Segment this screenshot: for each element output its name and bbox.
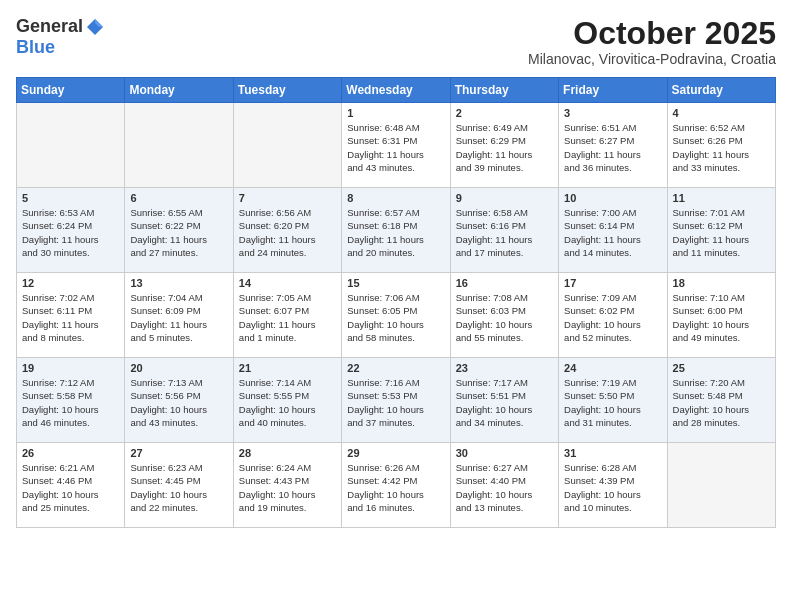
day-info: Sunrise: 6:49 AM Sunset: 6:29 PM Dayligh… (456, 121, 553, 174)
title-section: October 2025 Milanovac, Virovitica-Podra… (528, 16, 776, 67)
day-info: Sunrise: 6:27 AM Sunset: 4:40 PM Dayligh… (456, 461, 553, 514)
day-number: 28 (239, 447, 336, 459)
day-number: 12 (22, 277, 119, 289)
day-number: 27 (130, 447, 227, 459)
day-info: Sunrise: 7:12 AM Sunset: 5:58 PM Dayligh… (22, 376, 119, 429)
calendar-day-cell: 23Sunrise: 7:17 AM Sunset: 5:51 PM Dayli… (450, 358, 558, 443)
calendar-day-cell: 20Sunrise: 7:13 AM Sunset: 5:56 PM Dayli… (125, 358, 233, 443)
calendar-day-cell: 25Sunrise: 7:20 AM Sunset: 5:48 PM Dayli… (667, 358, 775, 443)
day-info: Sunrise: 6:55 AM Sunset: 6:22 PM Dayligh… (130, 206, 227, 259)
day-info: Sunrise: 7:13 AM Sunset: 5:56 PM Dayligh… (130, 376, 227, 429)
calendar-day-cell: 31Sunrise: 6:28 AM Sunset: 4:39 PM Dayli… (559, 443, 667, 528)
day-number: 4 (673, 107, 770, 119)
day-number: 14 (239, 277, 336, 289)
logo: General Blue (16, 16, 105, 58)
day-number: 16 (456, 277, 553, 289)
weekday-header: Monday (125, 78, 233, 103)
day-number: 8 (347, 192, 444, 204)
weekday-header: Wednesday (342, 78, 450, 103)
calendar-day-cell (667, 443, 775, 528)
day-info: Sunrise: 7:16 AM Sunset: 5:53 PM Dayligh… (347, 376, 444, 429)
calendar-day-cell (125, 103, 233, 188)
day-number: 31 (564, 447, 661, 459)
day-number: 19 (22, 362, 119, 374)
page-header: General Blue October 2025 Milanovac, Vir… (16, 16, 776, 67)
calendar-day-cell (233, 103, 341, 188)
calendar-day-cell: 10Sunrise: 7:00 AM Sunset: 6:14 PM Dayli… (559, 188, 667, 273)
logo-general-text: General (16, 16, 83, 37)
location-title: Milanovac, Virovitica-Podravina, Croatia (528, 51, 776, 67)
day-info: Sunrise: 7:14 AM Sunset: 5:55 PM Dayligh… (239, 376, 336, 429)
calendar-day-cell: 18Sunrise: 7:10 AM Sunset: 6:00 PM Dayli… (667, 273, 775, 358)
day-number: 18 (673, 277, 770, 289)
calendar-day-cell: 22Sunrise: 7:16 AM Sunset: 5:53 PM Dayli… (342, 358, 450, 443)
day-info: Sunrise: 7:08 AM Sunset: 6:03 PM Dayligh… (456, 291, 553, 344)
calendar-day-cell: 29Sunrise: 6:26 AM Sunset: 4:42 PM Dayli… (342, 443, 450, 528)
day-number: 25 (673, 362, 770, 374)
day-info: Sunrise: 7:02 AM Sunset: 6:11 PM Dayligh… (22, 291, 119, 344)
day-number: 3 (564, 107, 661, 119)
day-info: Sunrise: 7:20 AM Sunset: 5:48 PM Dayligh… (673, 376, 770, 429)
calendar-week-row: 12Sunrise: 7:02 AM Sunset: 6:11 PM Dayli… (17, 273, 776, 358)
day-number: 20 (130, 362, 227, 374)
day-number: 5 (22, 192, 119, 204)
day-info: Sunrise: 6:53 AM Sunset: 6:24 PM Dayligh… (22, 206, 119, 259)
day-number: 23 (456, 362, 553, 374)
weekday-header-row: SundayMondayTuesdayWednesdayThursdayFrid… (17, 78, 776, 103)
day-number: 17 (564, 277, 661, 289)
day-info: Sunrise: 7:01 AM Sunset: 6:12 PM Dayligh… (673, 206, 770, 259)
day-number: 11 (673, 192, 770, 204)
day-info: Sunrise: 6:48 AM Sunset: 6:31 PM Dayligh… (347, 121, 444, 174)
day-number: 6 (130, 192, 227, 204)
weekday-header: Tuesday (233, 78, 341, 103)
weekday-header: Thursday (450, 78, 558, 103)
calendar-day-cell: 7Sunrise: 6:56 AM Sunset: 6:20 PM Daylig… (233, 188, 341, 273)
calendar-day-cell: 21Sunrise: 7:14 AM Sunset: 5:55 PM Dayli… (233, 358, 341, 443)
month-title: October 2025 (528, 16, 776, 51)
day-number: 13 (130, 277, 227, 289)
calendar-day-cell: 14Sunrise: 7:05 AM Sunset: 6:07 PM Dayli… (233, 273, 341, 358)
day-info: Sunrise: 6:57 AM Sunset: 6:18 PM Dayligh… (347, 206, 444, 259)
day-info: Sunrise: 6:26 AM Sunset: 4:42 PM Dayligh… (347, 461, 444, 514)
calendar-day-cell (17, 103, 125, 188)
day-number: 7 (239, 192, 336, 204)
calendar-day-cell: 1Sunrise: 6:48 AM Sunset: 6:31 PM Daylig… (342, 103, 450, 188)
day-info: Sunrise: 6:24 AM Sunset: 4:43 PM Dayligh… (239, 461, 336, 514)
calendar-day-cell: 28Sunrise: 6:24 AM Sunset: 4:43 PM Dayli… (233, 443, 341, 528)
day-info: Sunrise: 7:19 AM Sunset: 5:50 PM Dayligh… (564, 376, 661, 429)
calendar-day-cell: 5Sunrise: 6:53 AM Sunset: 6:24 PM Daylig… (17, 188, 125, 273)
day-number: 21 (239, 362, 336, 374)
weekday-header: Sunday (17, 78, 125, 103)
day-info: Sunrise: 7:17 AM Sunset: 5:51 PM Dayligh… (456, 376, 553, 429)
day-number: 10 (564, 192, 661, 204)
day-number: 2 (456, 107, 553, 119)
calendar-day-cell: 9Sunrise: 6:58 AM Sunset: 6:16 PM Daylig… (450, 188, 558, 273)
day-number: 9 (456, 192, 553, 204)
calendar-day-cell: 6Sunrise: 6:55 AM Sunset: 6:22 PM Daylig… (125, 188, 233, 273)
day-number: 1 (347, 107, 444, 119)
day-info: Sunrise: 6:56 AM Sunset: 6:20 PM Dayligh… (239, 206, 336, 259)
day-info: Sunrise: 6:21 AM Sunset: 4:46 PM Dayligh… (22, 461, 119, 514)
day-info: Sunrise: 7:04 AM Sunset: 6:09 PM Dayligh… (130, 291, 227, 344)
day-info: Sunrise: 7:00 AM Sunset: 6:14 PM Dayligh… (564, 206, 661, 259)
calendar-day-cell: 17Sunrise: 7:09 AM Sunset: 6:02 PM Dayli… (559, 273, 667, 358)
calendar-day-cell: 13Sunrise: 7:04 AM Sunset: 6:09 PM Dayli… (125, 273, 233, 358)
calendar-day-cell: 26Sunrise: 6:21 AM Sunset: 4:46 PM Dayli… (17, 443, 125, 528)
day-number: 30 (456, 447, 553, 459)
day-number: 22 (347, 362, 444, 374)
day-info: Sunrise: 7:05 AM Sunset: 6:07 PM Dayligh… (239, 291, 336, 344)
day-info: Sunrise: 6:58 AM Sunset: 6:16 PM Dayligh… (456, 206, 553, 259)
calendar-day-cell: 30Sunrise: 6:27 AM Sunset: 4:40 PM Dayli… (450, 443, 558, 528)
calendar-day-cell: 8Sunrise: 6:57 AM Sunset: 6:18 PM Daylig… (342, 188, 450, 273)
calendar-day-cell: 4Sunrise: 6:52 AM Sunset: 6:26 PM Daylig… (667, 103, 775, 188)
day-number: 26 (22, 447, 119, 459)
day-info: Sunrise: 7:09 AM Sunset: 6:02 PM Dayligh… (564, 291, 661, 344)
day-number: 15 (347, 277, 444, 289)
calendar-week-row: 26Sunrise: 6:21 AM Sunset: 4:46 PM Dayli… (17, 443, 776, 528)
calendar-day-cell: 19Sunrise: 7:12 AM Sunset: 5:58 PM Dayli… (17, 358, 125, 443)
calendar-day-cell: 27Sunrise: 6:23 AM Sunset: 4:45 PM Dayli… (125, 443, 233, 528)
calendar-day-cell: 3Sunrise: 6:51 AM Sunset: 6:27 PM Daylig… (559, 103, 667, 188)
weekday-header: Saturday (667, 78, 775, 103)
day-info: Sunrise: 7:10 AM Sunset: 6:00 PM Dayligh… (673, 291, 770, 344)
day-info: Sunrise: 6:52 AM Sunset: 6:26 PM Dayligh… (673, 121, 770, 174)
